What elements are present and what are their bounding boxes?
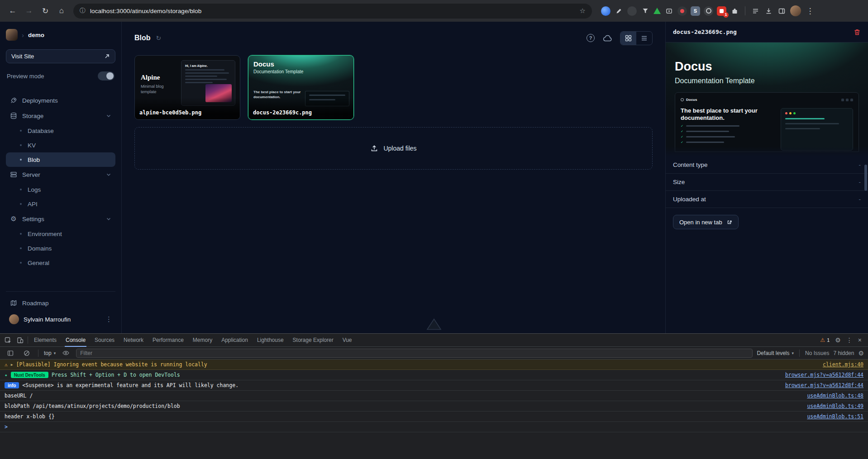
refresh-icon[interactable]: ↻ <box>156 34 162 42</box>
scrollbar-thumb[interactable] <box>864 165 867 191</box>
file-preview-image[interactable]: Docus Documentation Template Docus The b… <box>666 43 868 156</box>
inspect-element-icon[interactable] <box>2 334 14 346</box>
user-menu[interactable]: Sylvain Marroufin ⋮ <box>6 311 115 328</box>
clear-console-icon[interactable] <box>20 347 33 359</box>
side-panel-icon[interactable] <box>777 6 787 16</box>
console-message-log[interactable]: baseURL / useAdminBlob.ts:48 <box>0 391 868 401</box>
list-view-button[interactable] <box>636 32 652 45</box>
reload-icon[interactable]: ↻ <box>38 4 52 18</box>
file-card-docus-selected[interactable]: Docus Documentation Template The best pl… <box>248 55 354 120</box>
breadcrumb-project[interactable]: demo <box>28 32 44 38</box>
console-message-log[interactable]: blobPath /api/teams/atinux/projects/demo… <box>0 401 868 412</box>
bookmark-star-icon[interactable]: ☆ <box>580 7 586 15</box>
devtools-tab-elements[interactable]: Elements <box>29 334 61 347</box>
console-message-nuxt-devtools[interactable]: ✦ Nuxt DevTools Press Shift + Option + D… <box>0 370 868 380</box>
console-source-link[interactable]: useAdminBlob.ts:49 <box>807 403 863 409</box>
console-message-info[interactable]: info <Suspense> is an experimental featu… <box>0 380 868 391</box>
console-source-link[interactable]: useAdminBlob.ts:48 <box>807 393 863 399</box>
extension-icon-shield[interactable] <box>627 6 637 16</box>
extension-icon-record[interactable] <box>677 6 687 16</box>
downloads-icon[interactable] <box>764 6 773 16</box>
devtools-tab-application[interactable]: Application <box>217 334 253 347</box>
expand-arrow-icon[interactable]: ▶ <box>11 363 13 367</box>
visit-site-button[interactable]: Visit Site <box>6 49 115 63</box>
sidebar-item-storage[interactable]: Storage <box>6 108 115 123</box>
open-in-new-tab-button[interactable]: Open in new tab <box>673 215 739 229</box>
eye-icon[interactable] <box>60 347 72 359</box>
url-text[interactable]: localhost:3000/atinux/demo/storage/blob <box>90 8 201 14</box>
address-bar[interactable]: ⓘ localhost:3000/atinux/demo/storage/blo… <box>73 4 592 19</box>
devtools-tab-network[interactable]: Network <box>119 334 148 347</box>
chevron-down-icon[interactable] <box>106 172 111 177</box>
browser-menu-icon[interactable]: ⋮ <box>803 4 817 18</box>
devtools-tab-storage-explorer[interactable]: Storage Explorer <box>288 334 338 347</box>
field-uploaded-at: Uploaded at - <box>666 191 868 208</box>
site-info-icon[interactable]: ⓘ <box>80 7 86 15</box>
sidebar-item-settings[interactable]: ⚙ Settings <box>6 211 115 227</box>
device-toolbar-icon[interactable] <box>14 334 26 346</box>
devtools-close-icon[interactable]: × <box>858 336 862 344</box>
user-menu-dots-icon[interactable]: ⋮ <box>105 315 112 323</box>
console-source-link[interactable]: client.mjs:40 <box>823 361 863 368</box>
chevron-down-icon[interactable] <box>106 216 111 222</box>
console-message-log[interactable]: header x-blob {} useAdminBlob.ts:51 <box>0 412 868 422</box>
team-avatar[interactable] <box>6 29 18 41</box>
extension-icon-funnel[interactable] <box>640 6 650 16</box>
upload-icon <box>370 144 378 152</box>
hidden-messages-count[interactable]: 7 hidden <box>833 350 854 356</box>
preview-mode-toggle[interactable] <box>98 71 114 80</box>
devtools-tab-console[interactable]: Console <box>61 334 90 347</box>
sidebar-item-environment[interactable]: Environment <box>6 227 115 241</box>
devtools-menu-icon[interactable]: ⋮ <box>846 336 853 344</box>
console-source-link[interactable]: browser.mjs?v=a5612d8f:44 <box>785 382 863 388</box>
console-message-warning[interactable]: ⚠ ▶ [Plausible] Ignoring event because w… <box>0 360 868 370</box>
sidebar-item-kv[interactable]: KV <box>6 138 115 152</box>
upload-dropzone[interactable]: Upload files <box>134 127 653 170</box>
forward-icon[interactable]: → <box>22 4 36 18</box>
sidebar-item-blob[interactable]: Blob <box>6 152 115 167</box>
sidebar-item-server[interactable]: Server <box>6 167 115 182</box>
sidebar-item-database[interactable]: Database <box>6 123 115 138</box>
help-icon[interactable]: ? <box>587 34 595 42</box>
console-filter-input[interactable] <box>76 349 753 358</box>
extension-icon-pen[interactable] <box>614 6 624 16</box>
back-icon[interactable]: ← <box>5 4 20 18</box>
console-source-link[interactable]: browser.mjs?v=a5612d8f:44 <box>785 372 863 378</box>
extension-icon-capture[interactable] <box>664 6 674 16</box>
context-selector[interactable]: top ▾ <box>44 350 56 356</box>
extension-icon-profile[interactable] <box>601 6 610 16</box>
sidebar-item-deployments[interactable]: Deployments <box>6 93 115 108</box>
extensions-puzzle-icon[interactable] <box>730 6 739 16</box>
console-source-link[interactable]: useAdminBlob.ts:51 <box>807 413 863 420</box>
error-count-badge[interactable]: ⚠ 1 <box>820 337 830 343</box>
console-prompt[interactable]: > <box>0 422 868 432</box>
browser-profile-avatar[interactable] <box>790 5 801 16</box>
devtools-tab-sources[interactable]: Sources <box>90 334 119 347</box>
chevron-down-icon[interactable] <box>106 113 111 118</box>
grid-view-button[interactable] <box>620 32 636 45</box>
devtools-tab-memory[interactable]: Memory <box>188 334 217 347</box>
issues-counter[interactable]: No Issues <box>805 350 829 356</box>
sidebar-item-api[interactable]: API <box>6 197 115 211</box>
devtools-tab-performance[interactable]: Performance <box>148 334 188 347</box>
sidebar-item-domains[interactable]: Domains <box>6 241 115 256</box>
sidebar-item-roadmap[interactable]: Roadmap <box>6 295 115 311</box>
devtools-tab-lighthouse[interactable]: Lighthouse <box>253 334 288 347</box>
extension-icon-triangle[interactable] <box>653 8 661 14</box>
extension-icon-password[interactable]: 1 <box>717 6 726 16</box>
devtools-settings-icon[interactable]: ⚙ <box>835 336 841 344</box>
reading-list-icon[interactable] <box>751 6 760 16</box>
devtools-tab-vue[interactable]: Vue <box>338 334 357 347</box>
console-empty-area[interactable] <box>0 432 868 459</box>
sidebar-item-general[interactable]: General <box>6 256 115 270</box>
file-card-alpine[interactable]: Alpine Minimal blog template Hi, I am Al… <box>134 55 240 120</box>
sidebar-item-logs[interactable]: Logs <box>6 182 115 197</box>
console-settings-icon[interactable]: ⚙ <box>858 350 864 357</box>
home-icon[interactable]: ⌂ <box>54 4 69 18</box>
extension-icon-s[interactable]: S <box>691 6 700 16</box>
extension-icon-ring[interactable] <box>704 6 713 16</box>
log-levels-selector[interactable]: Default levels ▾ <box>757 350 794 356</box>
cloud-icon[interactable] <box>602 34 612 42</box>
console-sidebar-icon[interactable] <box>4 347 16 359</box>
delete-button[interactable] <box>854 28 861 36</box>
